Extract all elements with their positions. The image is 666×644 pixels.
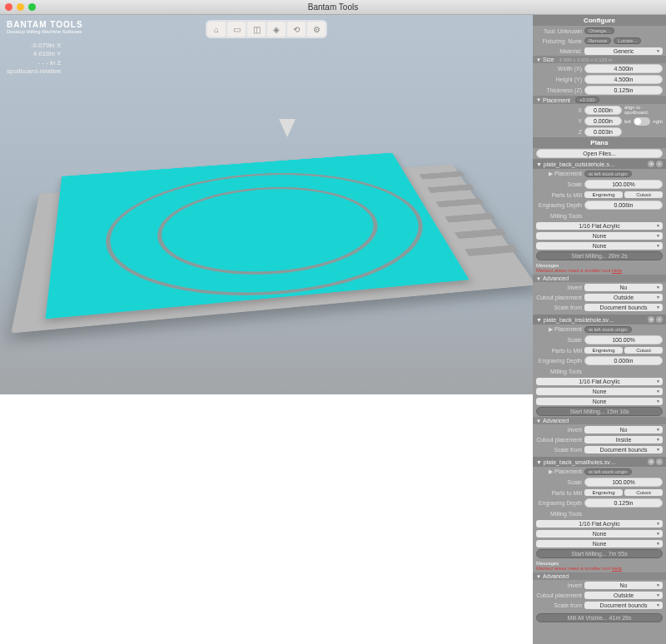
fixturing-label: Fixturing: None bbox=[536, 38, 582, 44]
depth-label: Engraving Depth bbox=[536, 358, 582, 364]
close-file-icon[interactable]: × bbox=[656, 316, 663, 323]
cutout-placement-select[interactable]: Outside bbox=[584, 294, 663, 301]
logo: BANTAM TOOLS Desktop Milling Machine Sof… bbox=[7, 20, 83, 35]
close-file-icon[interactable]: × bbox=[656, 458, 663, 465]
cutout-placement-select[interactable]: Outside bbox=[584, 592, 663, 599]
open-files-button[interactable]: Open Files... bbox=[536, 149, 663, 158]
view-orbit-button[interactable]: ⟲ bbox=[287, 22, 306, 37]
cutout-toggle[interactable]: Cutout bbox=[624, 191, 663, 198]
help-link[interactable]: Help bbox=[612, 566, 622, 571]
close-icon[interactable] bbox=[5, 3, 12, 11]
pz-label: Z bbox=[536, 129, 582, 135]
engraving-toggle[interactable]: Engraving bbox=[584, 347, 623, 354]
parts-label: Parts to Mill bbox=[536, 348, 582, 354]
py-label: Y bbox=[536, 118, 582, 124]
align-switch[interactable] bbox=[634, 117, 650, 126]
tool1-select[interactable]: 1/16 Flat Acrylic bbox=[536, 222, 663, 230]
placement-label: ▶ Placement bbox=[536, 468, 582, 475]
tool3-select[interactable]: None bbox=[536, 242, 663, 250]
change-tool-button[interactable]: Change... bbox=[584, 27, 614, 34]
placement-section[interactable]: Placement +0.030 bbox=[533, 96, 666, 104]
file-header[interactable]: ▼ plate_back_smallholes.sv…👁× bbox=[533, 457, 666, 467]
engraving-toggle[interactable]: Engraving bbox=[584, 489, 623, 496]
placement-value: at left stock origin bbox=[584, 326, 632, 333]
tool3-select[interactable]: None bbox=[536, 540, 663, 547]
pz-input[interactable]: 0.003in bbox=[584, 127, 622, 136]
viewport-3d[interactable]: BANTAM TOOLS Desktop Milling Machine Sof… bbox=[0, 15, 533, 644]
visibility-icon[interactable]: 👁 bbox=[648, 458, 654, 465]
start-milling-button[interactable]: Start Milling... 20m 2s bbox=[536, 251, 663, 260]
height-input[interactable]: 4.500in bbox=[584, 75, 663, 84]
start-milling-button[interactable]: Start Milling... 7m 55s bbox=[536, 549, 663, 558]
tool2-select[interactable]: None bbox=[536, 232, 663, 240]
scale-label: Scale bbox=[536, 337, 582, 343]
scale-input[interactable]: 100.00% bbox=[584, 335, 663, 344]
thickness-input[interactable]: 0.125in bbox=[584, 86, 663, 95]
locate-fixturing-button[interactable]: Locate... bbox=[614, 37, 641, 44]
scale-from-select[interactable]: Document bounds bbox=[584, 602, 663, 609]
tools-label: Milling Tools bbox=[536, 511, 582, 517]
maximize-icon[interactable] bbox=[28, 3, 36, 11]
tool-label: Tool: Unknown bbox=[536, 28, 582, 34]
messages-section: MessagesMarked areas need a smaller tool… bbox=[533, 261, 666, 275]
depth-input[interactable]: 0.006in bbox=[584, 356, 663, 365]
tool3-select[interactable]: None bbox=[536, 398, 663, 405]
cutout-placement-label: Cutout placement bbox=[536, 295, 582, 300]
tool1-select[interactable]: 1/16 Flat Acrylic bbox=[536, 378, 663, 385]
depth-input[interactable]: 0.006in bbox=[584, 201, 663, 210]
start-milling-button[interactable]: Start Milling... 15m 16s bbox=[536, 407, 663, 416]
scale-input[interactable]: 100.00% bbox=[584, 478, 663, 487]
close-file-icon[interactable]: × bbox=[656, 161, 663, 167]
thickness-label: Thickness (Z) bbox=[536, 87, 582, 93]
view-settings-button[interactable]: ⚙ bbox=[307, 22, 326, 37]
help-link[interactable]: Help bbox=[612, 268, 622, 273]
scale-from-select[interactable]: Document bounds bbox=[584, 446, 663, 453]
cutout-placement-label: Cutout placement bbox=[536, 437, 582, 443]
placement-value: at left stock origin bbox=[584, 468, 632, 475]
view-home-button[interactable]: ⌂ bbox=[207, 22, 226, 37]
invert-select[interactable]: No bbox=[584, 284, 663, 291]
tool2-select[interactable]: None bbox=[536, 388, 663, 395]
cutout-placement-select[interactable]: Inside bbox=[584, 436, 663, 443]
view-top-button[interactable]: ▭ bbox=[227, 22, 246, 37]
advanced-section[interactable]: Advanced bbox=[533, 417, 666, 424]
px-input[interactable]: 0.000in bbox=[584, 106, 622, 115]
scale-from-select[interactable]: Document bounds bbox=[584, 304, 663, 311]
invert-select[interactable]: No bbox=[584, 582, 663, 589]
invert-label: Invert bbox=[536, 582, 582, 588]
invert-select[interactable]: No bbox=[584, 426, 663, 433]
invert-label: Invert bbox=[536, 427, 582, 433]
tool2-select[interactable]: None bbox=[536, 530, 663, 537]
tool1-select[interactable]: 1/16 Flat Acrylic bbox=[536, 520, 663, 528]
messages-section: MessagesMarked areas need a smaller tool… bbox=[533, 559, 666, 572]
scale-label: Scale bbox=[536, 181, 582, 187]
py-input[interactable]: 0.000in bbox=[584, 116, 622, 126]
advanced-section[interactable]: Advanced bbox=[533, 275, 666, 282]
advanced-section[interactable]: Advanced bbox=[533, 572, 666, 580]
empty-area bbox=[0, 394, 533, 644]
cutout-toggle[interactable]: Cutout bbox=[624, 489, 663, 496]
coord-x: -0.079in X bbox=[7, 42, 61, 50]
material-select[interactable]: Generic bbox=[584, 47, 663, 55]
view-front-button[interactable]: ◫ bbox=[247, 22, 266, 37]
visibility-icon[interactable]: 👁 bbox=[648, 161, 654, 167]
sidebar: Configure Tool: Unknown Change... Fixtur… bbox=[533, 15, 666, 644]
logo-brand: BANTAM TOOLS bbox=[7, 20, 83, 29]
remove-fixturing-button[interactable]: Remove bbox=[584, 37, 611, 44]
file-header[interactable]: ▼ plate_back_insidehole.sv…👁× bbox=[533, 315, 666, 324]
scale-input[interactable]: 100.00% bbox=[584, 180, 663, 189]
visibility-icon[interactable]: 👁 bbox=[648, 316, 654, 323]
depth-input[interactable]: 0.125in bbox=[584, 498, 663, 508]
scale-label: Scale bbox=[536, 479, 582, 485]
file-header[interactable]: ▼ plate_back_outsidehole.s…👁× bbox=[533, 159, 666, 169]
tool-head-icon bbox=[279, 119, 296, 137]
width-input[interactable]: 4.500in bbox=[584, 64, 663, 73]
view-iso-button[interactable]: ◈ bbox=[267, 22, 286, 37]
cutout-toggle[interactable]: Cutout bbox=[624, 347, 663, 354]
size-section[interactable]: Size 4.500 x 4.500 x 0.125 in bbox=[533, 56, 666, 63]
window-title: Bantam Tools bbox=[308, 2, 358, 12]
minimize-icon[interactable] bbox=[17, 3, 24, 11]
scale-from-label: Scale from bbox=[536, 305, 582, 310]
engraving-toggle[interactable]: Engraving bbox=[584, 191, 623, 198]
mill-all-button[interactable]: Mill All Visible... 41m 28s bbox=[536, 613, 663, 622]
